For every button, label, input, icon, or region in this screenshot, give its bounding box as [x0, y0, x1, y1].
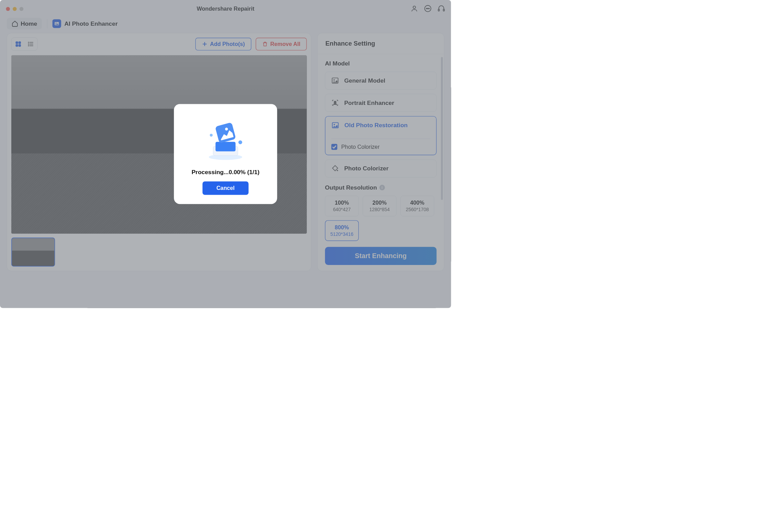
modal-overlay: Processing...0.00% (1/1) Cancel — [0, 0, 451, 308]
processing-illustration — [182, 113, 269, 167]
svg-rect-27 — [216, 142, 236, 152]
processing-modal: Processing...0.00% (1/1) Cancel — [174, 104, 277, 204]
cancel-label: Cancel — [216, 185, 235, 191]
svg-rect-28 — [215, 122, 236, 143]
svg-point-31 — [238, 141, 242, 144]
app-window: Wondershare Repairit Home AI Photo Enhan… — [0, 0, 451, 308]
processing-text: Processing...0.00% (1/1) — [182, 169, 269, 176]
svg-point-30 — [210, 134, 213, 136]
cancel-button[interactable]: Cancel — [203, 181, 249, 195]
